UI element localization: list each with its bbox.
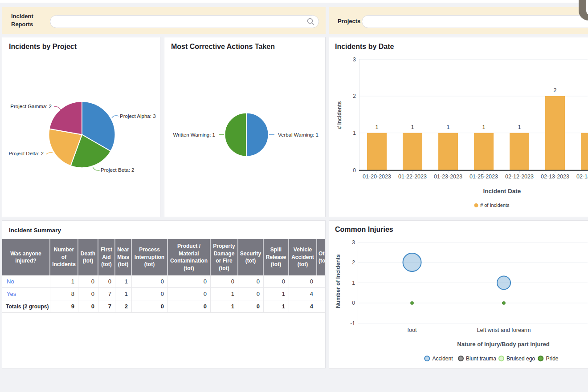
svg-text:01-23-2023: 01-23-2023 bbox=[434, 174, 462, 180]
svg-text:foot: foot bbox=[408, 327, 417, 333]
svg-text:01-25-2023: 01-25-2023 bbox=[470, 174, 498, 180]
svg-text:Verbal Warning: 1: Verbal Warning: 1 bbox=[278, 132, 318, 137]
svg-text:1: 1 bbox=[447, 124, 450, 130]
svg-text:2: 2 bbox=[352, 259, 355, 266]
svg-text:# Incidents: # Incidents bbox=[336, 101, 343, 129]
svg-text:Left wrist and forearm: Left wrist and forearm bbox=[477, 327, 531, 333]
svg-text:02-12-2023: 02-12-2023 bbox=[505, 174, 534, 180]
svg-text:01-22-2023: 01-22-2023 bbox=[398, 174, 427, 180]
svg-text:-1: -1 bbox=[350, 320, 355, 327]
svg-text:Nature of injury/Body part inj: Nature of injury/Body part injured bbox=[457, 341, 549, 348]
svg-text:Project Alpha: 3: Project Alpha: 3 bbox=[120, 113, 156, 119]
svg-text:Project Beta: 2: Project Beta: 2 bbox=[101, 167, 134, 173]
svg-text:1: 1 bbox=[482, 124, 486, 130]
svg-text:0: 0 bbox=[352, 300, 355, 306]
svg-text:02-14-2023: 02-14-2023 bbox=[576, 174, 588, 180]
svg-text:1: 1 bbox=[353, 130, 356, 136]
svg-text:Project Gamma: 2: Project Gamma: 2 bbox=[10, 104, 52, 109]
svg-text:# of Incidents: # of Incidents bbox=[480, 202, 510, 208]
svg-text:01-20-2023: 01-20-2023 bbox=[363, 174, 391, 180]
svg-text:Pride: Pride bbox=[546, 356, 559, 362]
svg-text:0: 0 bbox=[353, 167, 356, 174]
svg-text:Blunt trauma: Blunt trauma bbox=[466, 356, 496, 362]
svg-text:1: 1 bbox=[352, 280, 355, 286]
svg-text:1: 1 bbox=[376, 124, 379, 130]
svg-text:3: 3 bbox=[353, 57, 356, 63]
svg-text:Accident: Accident bbox=[433, 356, 453, 362]
svg-text:Project Delta: 2: Project Delta: 2 bbox=[8, 151, 44, 156]
svg-text:Written Warning: 1: Written Warning: 1 bbox=[173, 132, 215, 137]
svg-text:Incident Date: Incident Date bbox=[483, 188, 521, 194]
svg-text:Bruised ego: Bruised ego bbox=[506, 356, 535, 362]
svg-text:2: 2 bbox=[353, 93, 356, 99]
svg-text:1: 1 bbox=[411, 124, 414, 130]
svg-text:2: 2 bbox=[554, 87, 557, 93]
svg-text:3: 3 bbox=[352, 239, 355, 246]
svg-text:1: 1 bbox=[518, 124, 521, 130]
svg-text:Number of Incidents: Number of Incidents bbox=[335, 255, 341, 308]
svg-text:02-13-2023: 02-13-2023 bbox=[541, 174, 569, 180]
